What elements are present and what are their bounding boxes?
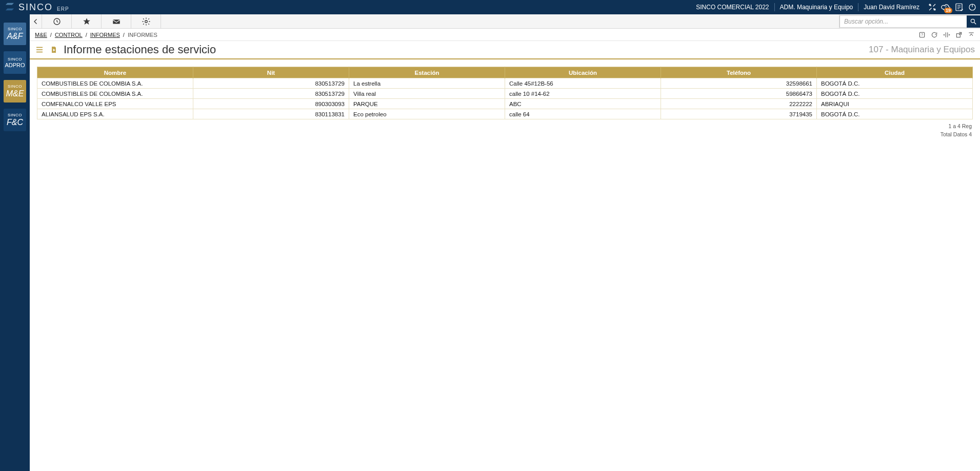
brand-name: SINCO	[18, 2, 53, 13]
svg-point-10	[971, 19, 974, 23]
title-bar: Informe estaciones de servicio 107 - Maq…	[30, 41, 980, 59]
popout-icon[interactable]	[955, 31, 963, 38]
report-table: Nombre Nit Estación Ubicación Teléfono C…	[37, 67, 973, 119]
col-estacion[interactable]: Estación	[349, 67, 505, 78]
search-input[interactable]	[839, 15, 967, 28]
cell-ciudad: ABRIAQUI	[817, 99, 973, 109]
cell-telefono: 3719435	[661, 109, 817, 119]
crumb-me[interactable]: M&E	[35, 32, 47, 38]
app-icon-adpro[interactable]: SINCO ADPRO	[4, 51, 26, 74]
svg-point-9	[145, 20, 147, 23]
brand-logo-icon	[4, 2, 15, 13]
help-icon[interactable]: ?	[918, 31, 926, 38]
cell-estacion: PARQUE	[349, 99, 505, 109]
col-telefono[interactable]: Teléfono	[661, 67, 817, 78]
col-nit[interactable]: Nit	[193, 67, 349, 78]
footer-range: 1 a 4 Reg	[37, 122, 972, 131]
divider	[858, 3, 858, 11]
cell-nombre: COMBUSTIBLES DE COLOMBIA S.A.	[37, 89, 193, 99]
app-sup: SINCO	[8, 27, 22, 31]
app-sup: SINCO	[8, 85, 22, 89]
cell-ubicacion: ABC	[505, 99, 661, 109]
favorites-button[interactable]	[72, 14, 102, 28]
cell-estacion: La estrella	[349, 78, 505, 89]
cell-estacion: Villa real	[349, 89, 505, 99]
cell-ubicacion: calle 10 #14-62	[505, 89, 661, 99]
breadcrumb-row: M&E/ CONTROL/ INFORMES/ INFORMES ?	[30, 29, 980, 41]
table-header-row: Nombre Nit Estación Ubicación Teléfono C…	[37, 67, 973, 78]
footer-total: Total Datos 4	[37, 131, 972, 139]
table-row[interactable]: ALIANSALUD EPS S.A.830113831Eco petroleo…	[37, 109, 973, 119]
back-button[interactable]	[30, 14, 42, 28]
app-label: A&F	[7, 32, 23, 40]
checklist-icon[interactable]	[954, 3, 964, 12]
user-label[interactable]: Juan David Ramírez	[864, 4, 919, 11]
cell-nit: 830513729	[193, 89, 349, 99]
cloud-help-icon[interactable]: ? 19	[941, 3, 950, 12]
svg-rect-8	[113, 19, 120, 24]
refresh-icon[interactable]	[931, 31, 938, 38]
cell-nit: 830113831	[193, 109, 349, 119]
cell-estacion: Eco petroleo	[349, 109, 505, 119]
table-row[interactable]: COMFENALCO VALLE EPS890303093PARQUEABC22…	[37, 99, 973, 109]
cell-ciudad: BOGOTÁ D.C.	[817, 109, 973, 119]
cell-nit: 890303093	[193, 99, 349, 109]
table-row[interactable]: COMBUSTIBLES DE COLOMBIA S.A.830513729Vi…	[37, 89, 973, 99]
app-icon-me[interactable]: SINCO M&E	[4, 80, 26, 103]
app-label: M&E	[6, 90, 24, 98]
app-sup: SINCO	[8, 57, 22, 62]
topbar-right: SINCO COMERCIAL 2022 ADM. Maquinaria y E…	[696, 3, 977, 12]
power-icon[interactable]	[968, 3, 977, 12]
app-icon-af[interactable]: SINCO A&F	[4, 23, 26, 45]
history-button[interactable]	[42, 14, 72, 28]
table-row[interactable]: COMBUSTIBLES DE COLOMBIA S.A.830513729La…	[37, 78, 973, 89]
app-sup: SINCO	[8, 113, 22, 117]
topbar: SINCO ERP SINCO COMERCIAL 2022 ADM. Maqu…	[0, 0, 980, 14]
crumb-control[interactable]: CONTROL	[55, 32, 83, 38]
company-label[interactable]: SINCO COMERCIAL 2022	[696, 4, 769, 11]
svg-marker-7	[83, 18, 90, 25]
cell-nombre: ALIANSALUD EPS S.A.	[37, 109, 193, 119]
app-label: ADPRO	[5, 63, 25, 68]
cell-nombre: COMBUSTIBLES DE COLOMBIA S.A.	[37, 78, 193, 89]
cell-ciudad: BOGOTÁ D.C.	[817, 78, 973, 89]
divider	[774, 3, 775, 11]
inbox-button[interactable]	[102, 14, 131, 28]
search-button[interactable]	[967, 15, 980, 28]
split-icon[interactable]	[943, 31, 950, 38]
crumb-informes[interactable]: INFORMES	[90, 32, 120, 38]
cell-ubicacion: calle 64	[505, 109, 661, 119]
brand-suffix: ERP	[57, 6, 69, 13]
settings-button[interactable]	[131, 14, 161, 28]
cell-ubicacion: Calle 45#12B-56	[505, 78, 661, 89]
col-ubicacion[interactable]: Ubicación	[505, 67, 661, 78]
cell-telefono: 59866473	[661, 89, 817, 99]
col-ciudad[interactable]: Ciudad	[817, 67, 973, 78]
svg-text:?: ?	[921, 33, 923, 36]
content-area: Nombre Nit Estación Ubicación Teléfono C…	[30, 59, 980, 471]
context-label: 107 - Maquinaria y Equipos	[869, 45, 975, 55]
notification-badge: 19	[944, 8, 952, 13]
crumb-current: INFORMES	[128, 32, 157, 38]
cell-telefono: 2222222	[661, 99, 817, 109]
app-icon-fc[interactable]: SINCO F&C	[4, 109, 26, 131]
cell-nit: 830513729	[193, 78, 349, 89]
breadcrumb: M&E/ CONTROL/ INFORMES/ INFORMES	[35, 32, 157, 38]
cell-telefono: 32598661	[661, 78, 817, 89]
tools-icon[interactable]	[928, 3, 937, 12]
cell-ciudad: BOGOTÁ D.C.	[817, 89, 973, 99]
app-label: F&C	[7, 118, 23, 127]
cell-nombre: COMFENALCO VALLE EPS	[37, 99, 193, 109]
module-label[interactable]: ADM. Maquinaria y Equipo	[780, 4, 853, 11]
col-nombre[interactable]: Nombre	[37, 67, 193, 78]
collapse-up-icon[interactable]	[968, 31, 975, 38]
brand: SINCO ERP	[4, 2, 69, 13]
page-title: Informe estaciones de servicio	[64, 43, 216, 56]
menu-icon[interactable]	[35, 45, 44, 54]
app-rail: SINCO A&F SINCO ADPRO SINCO M&E SINCO F&…	[0, 14, 30, 471]
run-report-icon[interactable]	[49, 45, 58, 54]
main-toolbar	[30, 14, 980, 29]
svg-line-11	[974, 22, 976, 24]
